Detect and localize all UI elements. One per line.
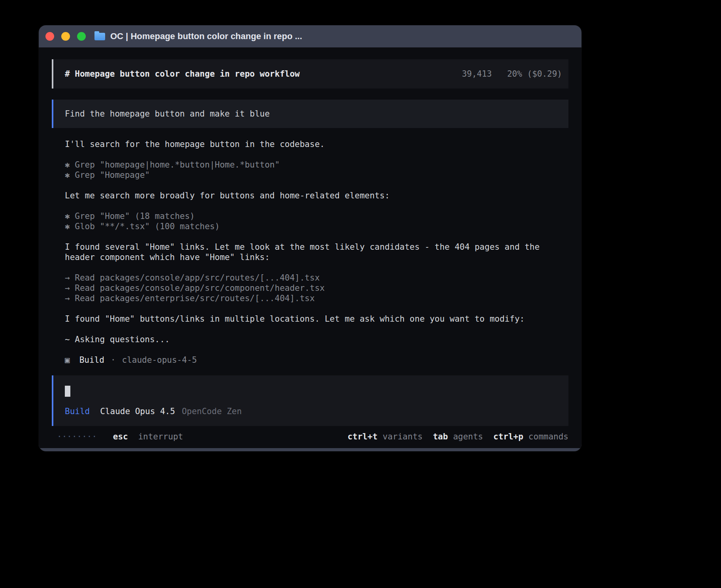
tool-call-read: → Read packages/console/app/src/componen… bbox=[65, 283, 568, 293]
token-count: 39,413 bbox=[462, 69, 492, 79]
hint-agents: tabagents bbox=[433, 432, 483, 442]
close-window-button[interactable] bbox=[45, 32, 54, 41]
assistant-text: I'll search for the homepage button in t… bbox=[65, 139, 568, 149]
tool-call-grep: ✱ Grep "Home" (18 matches) bbox=[65, 211, 568, 221]
tab-key-label: agents bbox=[453, 432, 483, 441]
agent-square-icon: ▣ bbox=[65, 355, 70, 365]
esc-key-hint: esc bbox=[113, 432, 128, 441]
esc-key-label: interrupt bbox=[138, 432, 183, 441]
agent-status: ▣ Build · claude-opus-4-5 bbox=[52, 355, 568, 365]
tool-call-read: → Read packages/enterprise/src/routes/[.… bbox=[65, 293, 568, 303]
context-usage: 20% ($0.29) bbox=[507, 69, 562, 79]
status-bar: ········ esc interrupt ctrl+tvariants ta… bbox=[52, 432, 568, 442]
input-mode-label: Build bbox=[65, 406, 90, 416]
zoom-window-button[interactable] bbox=[77, 32, 86, 41]
input-model-label: Claude Opus 4.5 bbox=[100, 406, 175, 416]
session-title: # Homepage button color change in repo w… bbox=[65, 69, 300, 79]
spinner-dots: ········ bbox=[57, 432, 97, 441]
ctrl-t-key-label: variants bbox=[383, 432, 423, 441]
agent-name: Build bbox=[79, 355, 104, 365]
ctrl-t-key-hint: ctrl+t bbox=[347, 432, 377, 441]
assistant-text: I found "Home" buttons/links in multiple… bbox=[65, 314, 568, 324]
prompt-input[interactable]: Build Claude Opus 4.5 OpenCode Zen bbox=[52, 375, 568, 426]
input-provider-label: OpenCode Zen bbox=[182, 406, 242, 416]
ctrl-p-key-hint: ctrl+p bbox=[493, 432, 523, 441]
status-bar-left: ········ esc interrupt bbox=[57, 432, 183, 442]
tool-call-read: → Read packages/console/app/src/routes/[… bbox=[65, 273, 568, 283]
traffic-lights bbox=[45, 32, 93, 41]
agent-separator: · bbox=[111, 355, 116, 365]
assistant-text: I found several "Home" links. Let me loo… bbox=[65, 242, 568, 262]
hint-variants: ctrl+tvariants bbox=[347, 432, 423, 442]
text-cursor bbox=[65, 386, 70, 397]
session-stats: 39,413 20% ($0.29) bbox=[462, 69, 562, 79]
status-bar-right: ctrl+tvariants tabagents ctrl+pcommands bbox=[347, 432, 568, 442]
titlebar: OC | Homepage button color change in rep… bbox=[39, 25, 581, 47]
terminal-content: # Homepage button color change in repo w… bbox=[39, 47, 581, 448]
agent-model: claude-opus-4-5 bbox=[122, 355, 197, 365]
tool-call-glob: ✱ Glob "**/*.tsx" (100 matches) bbox=[65, 221, 568, 232]
tab-key-hint: tab bbox=[433, 432, 448, 441]
assistant-text: Let me search more broadly for buttons a… bbox=[65, 190, 568, 201]
app-window: OC | Homepage button color change in rep… bbox=[39, 25, 581, 451]
user-message: Find the homepage button and make it blu… bbox=[52, 100, 568, 128]
window-title: OC | Homepage button color change in rep… bbox=[110, 31, 302, 41]
user-message-text: Find the homepage button and make it blu… bbox=[65, 109, 270, 119]
hint-commands: ctrl+pcommands bbox=[493, 432, 568, 442]
input-meta: Build Claude Opus 4.5 OpenCode Zen bbox=[65, 406, 562, 416]
assistant-status-text: ~ Asking questions... bbox=[65, 334, 568, 345]
tool-call-grep: ✱ Grep "homepage|home.*button|Home.*butt… bbox=[65, 160, 568, 170]
session-header: # Homepage button color change in repo w… bbox=[52, 59, 568, 89]
ctrl-p-key-label: commands bbox=[528, 432, 568, 441]
tool-call-grep: ✱ Grep "Homepage" bbox=[65, 170, 568, 180]
folder-icon bbox=[94, 33, 105, 40]
minimize-window-button[interactable] bbox=[61, 32, 70, 41]
